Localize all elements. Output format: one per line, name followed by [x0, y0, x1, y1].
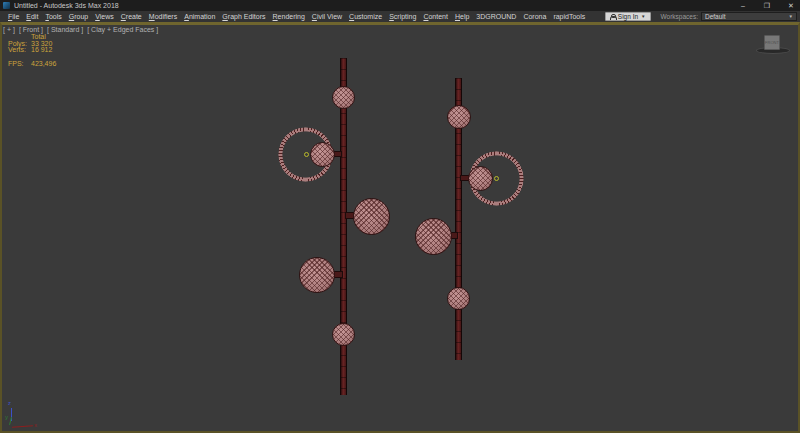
stats-verts-label: Verts:: [8, 47, 26, 54]
viewport-label-segment-0[interactable]: [ + ]: [3, 26, 15, 33]
pendant-lamp-left-sphere-3[interactable]: [299, 257, 335, 293]
viewcube-front-face[interactable]: FRONT: [764, 35, 780, 50]
pendant-lamp-right-light-helper-0[interactable]: [494, 176, 499, 181]
x-axis-label: x: [34, 422, 37, 428]
stats-verts-value: 16 912: [26, 47, 52, 54]
world-axis-tripod: z y x: [6, 402, 50, 432]
pendant-lamp-left-light-helper-0[interactable]: [304, 152, 309, 157]
pendant-lamp-left-sphere-4[interactable]: [332, 323, 355, 346]
viewcube[interactable]: FRONT: [753, 33, 793, 55]
viewport-label-segment-1[interactable]: [ Front ]: [19, 26, 43, 33]
statistics-overlay: Total Polys:33 320 Verts:16 912 FPS:423,…: [8, 34, 56, 67]
pendant-lamp-right-sphere-3[interactable]: [447, 287, 470, 310]
viewport-label-segment-3[interactable]: [ Clay + Edged Faces ]: [87, 26, 158, 33]
pendant-lamp-right-sphere-2[interactable]: [415, 218, 452, 255]
pendant-lamp-right-sphere-1[interactable]: [468, 166, 493, 191]
z-axis-label: z: [8, 400, 11, 406]
pendant-lamp-left-sphere-1[interactable]: [310, 142, 335, 167]
pendant-lamp-left-sphere-0[interactable]: [332, 86, 355, 109]
y-axis-line: [9, 417, 12, 425]
pendant-lamp-left-sphere-2[interactable]: [353, 198, 390, 235]
pendant-lamp-right-sphere-0[interactable]: [447, 105, 471, 129]
viewport-label-segment-2[interactable]: [ Standard ]: [47, 26, 83, 33]
x-axis-line: [12, 425, 33, 427]
viewport-label: [ + ][ Front ][ Standard ][ Clay + Edged…: [3, 26, 158, 33]
y-axis-label: y: [5, 414, 8, 420]
scene-layer: [0, 0, 800, 433]
stats-fps-value: 423,496: [26, 61, 56, 68]
stats-fps-label: FPS:: [8, 61, 26, 68]
